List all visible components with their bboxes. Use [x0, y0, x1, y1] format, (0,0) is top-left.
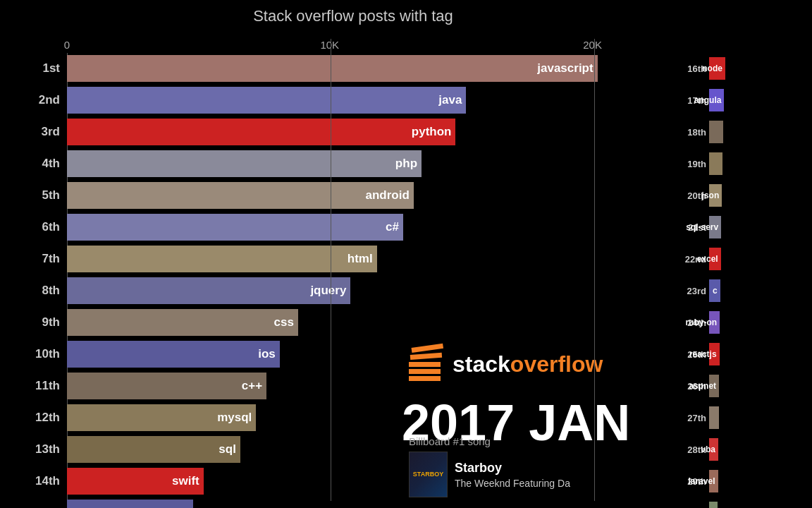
right-bar: node: [709, 57, 725, 80]
right-rank-label: 27th: [682, 413, 706, 423]
rank-label: 8th: [4, 284, 60, 298]
rank-label: 11th: [4, 379, 60, 393]
axis-container: 0 10K 20K: [67, 39, 671, 53]
so-logo: stackoverflow: [409, 348, 603, 381]
bar: sql: [67, 436, 240, 463]
axis-label-10k: 10K: [320, 39, 339, 51]
bar-label: css: [274, 315, 294, 329]
right-bar-label: excel: [697, 254, 718, 264]
right-bar-row: 21stsql-serv: [682, 212, 812, 243]
right-bar: vba: [709, 438, 718, 461]
right-bar-label: aspnet: [689, 381, 716, 391]
axis-label-0: 0: [64, 39, 70, 51]
right-bar-row: 24thruby-on: [682, 307, 812, 338]
right-bar: angula: [709, 89, 724, 111]
bar: c++: [67, 373, 266, 399]
bar-row: 6thc#: [67, 212, 671, 243]
right-rank-label: 19th: [682, 159, 706, 169]
right-bar-row: 16thnode: [682, 53, 812, 84]
bar: ios: [67, 341, 280, 368]
right-bar: django: [709, 502, 718, 508]
bar-label: mysql: [217, 411, 252, 425]
right-bar-label: node: [702, 64, 722, 73]
bar: python: [67, 119, 455, 145]
rank-label: 5th: [4, 188, 60, 202]
bar-row: 3rdpython: [67, 116, 671, 147]
right-bar: aspnet: [709, 375, 719, 397]
bar-label: jquery: [310, 284, 346, 298]
rank-label: 12th: [4, 411, 60, 425]
bar-label: javascript: [537, 61, 593, 75]
bar-row: 14thswift: [67, 466, 671, 497]
rank-label: 9th: [4, 315, 60, 329]
right-bar-row: 28thvba: [682, 434, 812, 465]
right-bar: [709, 152, 722, 175]
bar-label: c#: [386, 220, 399, 234]
right-bar-row: 17thangula: [682, 85, 812, 116]
bar-label: android: [365, 188, 409, 202]
chart-title: Stack overflow posts with tag: [35, 7, 671, 25]
right-bar: excel: [709, 248, 721, 270]
right-bar: sql-serv: [709, 216, 721, 238]
rank-label: 7th: [4, 252, 60, 266]
so-text-overflow: overflow: [510, 351, 603, 377]
right-bar-row: 19th: [682, 148, 812, 179]
right-bar: [709, 121, 723, 143]
bar: css: [67, 309, 298, 336]
right-bar-row: 30thdjango: [682, 497, 812, 508]
right-bar-row: 23rdc: [682, 275, 812, 306]
album-art: STARBOY: [409, 452, 448, 497]
right-bar-label: sql-serv: [686, 222, 718, 232]
right-bar-row: 18th: [682, 116, 812, 147]
bar-label: ios: [258, 347, 276, 361]
bar-label: sql: [219, 442, 236, 456]
right-bar-label: reactjs: [689, 349, 717, 359]
song-title: Starboy: [455, 461, 570, 476]
rank-label: 4th: [4, 157, 60, 171]
so-stack-icon: [409, 348, 443, 381]
right-bar-label: angula: [694, 95, 722, 105]
bar-row: 4thphp: [67, 148, 671, 179]
bar: javascript: [67, 55, 598, 82]
so-text: stackoverflow: [453, 351, 603, 377]
so-text-stack: stack: [453, 351, 510, 377]
rank-label: 6th: [4, 220, 60, 234]
bar: android: [67, 182, 414, 209]
rank-label: 3rd: [4, 125, 60, 139]
right-bar-row: 25threactjs: [682, 339, 812, 370]
stack-bar-4: [409, 369, 441, 374]
axis-line-20k: [594, 39, 595, 501]
right-bar-row: 27th: [682, 402, 812, 433]
right-bar-label: c: [713, 286, 718, 296]
billboard-section: Billboard #1 song STARBOY Starboy The We…: [409, 435, 570, 497]
bar-label: swift: [172, 474, 199, 488]
right-bar-label: json: [702, 190, 720, 200]
rank-label: 14th: [4, 474, 60, 488]
bar-row: 15thangularjs: [67, 497, 671, 508]
bar-row: 5thandroid: [67, 180, 671, 211]
bar: jquery: [67, 277, 350, 304]
right-bar-label: ruby-on: [685, 318, 717, 327]
rank-label: 10th: [4, 347, 60, 361]
bar-row: 1stjavascript: [67, 53, 671, 84]
bar: mysql: [67, 404, 256, 431]
bar-row: 9thcss: [67, 307, 671, 338]
axis-line-10k: [331, 39, 331, 501]
right-bar-row: 29thlaravel: [682, 466, 812, 497]
song-info: Starboy The Weeknd Featuring Da: [455, 461, 570, 489]
right-bar: [709, 406, 719, 429]
right-rank-label: 23rd: [682, 286, 706, 296]
rank-label: 2nd: [4, 93, 60, 107]
bar: php: [67, 150, 422, 177]
bar-row: 2ndjava: [67, 85, 671, 116]
bar-label: html: [347, 252, 373, 266]
rank-label: 1st: [4, 61, 60, 75]
stack-bar-3: [409, 362, 441, 367]
right-rank-label: 18th: [682, 127, 706, 138]
right-bar: reactjs: [709, 343, 720, 365]
right-bar-row: 26thaspnet: [682, 370, 812, 401]
bar: c#: [67, 214, 403, 241]
stack-bar-2: [410, 353, 442, 360]
bar-label: python: [412, 125, 452, 139]
right-bar: c: [709, 279, 720, 302]
